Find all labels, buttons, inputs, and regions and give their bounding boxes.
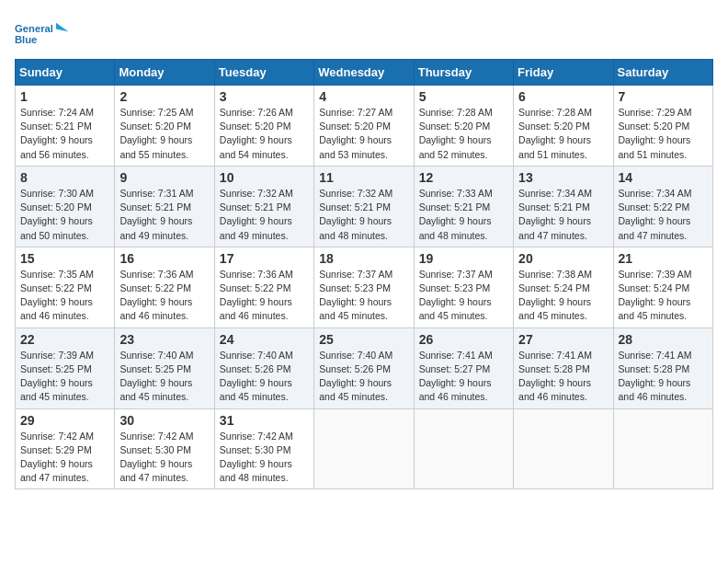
day-number: 5: [419, 89, 508, 104]
weekday-header-row: SundayMondayTuesdayWednesdayThursdayFrid…: [16, 60, 713, 86]
day-info: Sunrise: 7:42 AM Sunset: 5:30 PM Dayligh…: [119, 430, 209, 486]
day-info: Sunrise: 7:32 AM Sunset: 5:21 PM Dayligh…: [319, 187, 408, 243]
day-number: 3: [220, 89, 309, 104]
calendar-cell: 24Sunrise: 7:40 AM Sunset: 5:26 PM Dayli…: [214, 327, 313, 408]
weekday-header-wednesday: Wednesday: [314, 60, 414, 86]
calendar-cell: 23Sunrise: 7:40 AM Sunset: 5:25 PM Dayli…: [115, 327, 214, 408]
calendar-cell: 1Sunrise: 7:24 AM Sunset: 5:21 PM Daylig…: [16, 86, 115, 167]
day-number: 12: [419, 170, 508, 185]
calendar-cell: 11Sunrise: 7:32 AM Sunset: 5:21 PM Dayli…: [314, 166, 414, 247]
svg-text:Blue: Blue: [15, 34, 37, 45]
day-number: 29: [20, 413, 109, 428]
calendar-cell: 3Sunrise: 7:26 AM Sunset: 5:20 PM Daylig…: [214, 86, 313, 167]
calendar-cell: [514, 408, 613, 489]
day-number: 21: [619, 251, 708, 266]
weekday-header-friday: Friday: [514, 60, 613, 86]
calendar-cell: 22Sunrise: 7:39 AM Sunset: 5:25 PM Dayli…: [16, 327, 115, 408]
svg-marker-2: [56, 23, 69, 32]
page-header: GeneralBlue: [15, 15, 713, 52]
day-number: 9: [119, 170, 209, 185]
day-info: Sunrise: 7:24 AM Sunset: 5:21 PM Dayligh…: [20, 106, 109, 162]
day-info: Sunrise: 7:40 AM Sunset: 5:26 PM Dayligh…: [319, 349, 408, 405]
calendar-cell: 2Sunrise: 7:25 AM Sunset: 5:20 PM Daylig…: [115, 86, 214, 167]
weekday-header-saturday: Saturday: [613, 60, 712, 86]
day-info: Sunrise: 7:30 AM Sunset: 5:20 PM Dayligh…: [20, 187, 109, 243]
day-info: Sunrise: 7:28 AM Sunset: 5:20 PM Dayligh…: [419, 106, 508, 162]
day-number: 6: [518, 89, 608, 104]
day-info: Sunrise: 7:31 AM Sunset: 5:21 PM Dayligh…: [119, 187, 209, 243]
day-number: 15: [20, 251, 109, 266]
day-number: 7: [619, 89, 708, 104]
day-number: 24: [220, 332, 309, 347]
day-info: Sunrise: 7:27 AM Sunset: 5:20 PM Dayligh…: [319, 106, 408, 162]
calendar-cell: 27Sunrise: 7:41 AM Sunset: 5:28 PM Dayli…: [514, 327, 613, 408]
day-number: 16: [119, 251, 209, 266]
day-info: Sunrise: 7:39 AM Sunset: 5:25 PM Dayligh…: [20, 349, 109, 405]
calendar-cell: [613, 408, 712, 489]
day-info: Sunrise: 7:29 AM Sunset: 5:20 PM Dayligh…: [619, 106, 708, 162]
day-number: 18: [319, 251, 408, 266]
day-number: 20: [518, 251, 608, 266]
calendar-cell: 28Sunrise: 7:41 AM Sunset: 5:28 PM Dayli…: [613, 327, 712, 408]
calendar-cell: 25Sunrise: 7:40 AM Sunset: 5:26 PM Dayli…: [314, 327, 414, 408]
svg-text:General: General: [15, 23, 53, 34]
logo: GeneralBlue: [15, 15, 70, 52]
day-number: 19: [419, 251, 508, 266]
day-number: 28: [619, 332, 708, 347]
day-info: Sunrise: 7:28 AM Sunset: 5:20 PM Dayligh…: [518, 106, 608, 162]
calendar-cell: 6Sunrise: 7:28 AM Sunset: 5:20 PM Daylig…: [514, 86, 613, 167]
day-info: Sunrise: 7:33 AM Sunset: 5:21 PM Dayligh…: [419, 187, 508, 243]
day-info: Sunrise: 7:25 AM Sunset: 5:20 PM Dayligh…: [119, 106, 209, 162]
calendar-cell: 5Sunrise: 7:28 AM Sunset: 5:20 PM Daylig…: [414, 86, 513, 167]
weekday-header-thursday: Thursday: [414, 60, 513, 86]
calendar-cell: 26Sunrise: 7:41 AM Sunset: 5:27 PM Dayli…: [414, 327, 513, 408]
day-number: 30: [119, 413, 209, 428]
calendar-cell: 15Sunrise: 7:35 AM Sunset: 5:22 PM Dayli…: [16, 247, 115, 327]
weekday-header-sunday: Sunday: [16, 60, 115, 86]
day-number: 23: [119, 332, 209, 347]
day-info: Sunrise: 7:34 AM Sunset: 5:22 PM Dayligh…: [619, 187, 708, 243]
calendar-week-2: 8Sunrise: 7:30 AM Sunset: 5:20 PM Daylig…: [16, 166, 713, 247]
day-info: Sunrise: 7:42 AM Sunset: 5:29 PM Dayligh…: [20, 430, 109, 486]
calendar-cell: 7Sunrise: 7:29 AM Sunset: 5:20 PM Daylig…: [613, 86, 712, 167]
day-number: 1: [20, 89, 109, 104]
weekday-header-tuesday: Tuesday: [214, 60, 313, 86]
calendar-week-1: 1Sunrise: 7:24 AM Sunset: 5:21 PM Daylig…: [16, 86, 713, 167]
calendar-cell: 19Sunrise: 7:37 AM Sunset: 5:23 PM Dayli…: [414, 247, 513, 327]
day-info: Sunrise: 7:37 AM Sunset: 5:23 PM Dayligh…: [319, 268, 408, 324]
calendar-cell: 9Sunrise: 7:31 AM Sunset: 5:21 PM Daylig…: [115, 166, 214, 247]
day-info: Sunrise: 7:26 AM Sunset: 5:20 PM Dayligh…: [220, 106, 309, 162]
day-number: 13: [518, 170, 608, 185]
day-number: 25: [319, 332, 408, 347]
calendar-table: SundayMondayTuesdayWednesdayThursdayFrid…: [15, 59, 713, 489]
calendar-cell: 17Sunrise: 7:36 AM Sunset: 5:22 PM Dayli…: [214, 247, 313, 327]
day-number: 31: [220, 413, 309, 428]
calendar-week-5: 29Sunrise: 7:42 AM Sunset: 5:29 PM Dayli…: [16, 408, 713, 489]
day-info: Sunrise: 7:39 AM Sunset: 5:24 PM Dayligh…: [619, 268, 708, 324]
calendar-week-3: 15Sunrise: 7:35 AM Sunset: 5:22 PM Dayli…: [16, 247, 713, 327]
day-number: 26: [419, 332, 508, 347]
day-info: Sunrise: 7:41 AM Sunset: 5:27 PM Dayligh…: [419, 349, 508, 405]
calendar-cell: 21Sunrise: 7:39 AM Sunset: 5:24 PM Dayli…: [613, 247, 712, 327]
day-info: Sunrise: 7:38 AM Sunset: 5:24 PM Dayligh…: [518, 268, 608, 324]
calendar-cell: [314, 408, 414, 489]
day-info: Sunrise: 7:36 AM Sunset: 5:22 PM Dayligh…: [220, 268, 309, 324]
day-number: 10: [220, 170, 309, 185]
calendar-cell: 13Sunrise: 7:34 AM Sunset: 5:21 PM Dayli…: [514, 166, 613, 247]
day-info: Sunrise: 7:32 AM Sunset: 5:21 PM Dayligh…: [220, 187, 309, 243]
day-number: 14: [619, 170, 708, 185]
day-info: Sunrise: 7:41 AM Sunset: 5:28 PM Dayligh…: [619, 349, 708, 405]
calendar-week-4: 22Sunrise: 7:39 AM Sunset: 5:25 PM Dayli…: [16, 327, 713, 408]
day-info: Sunrise: 7:36 AM Sunset: 5:22 PM Dayligh…: [119, 268, 209, 324]
day-info: Sunrise: 7:40 AM Sunset: 5:25 PM Dayligh…: [119, 349, 209, 405]
weekday-header-monday: Monday: [115, 60, 214, 86]
day-info: Sunrise: 7:37 AM Sunset: 5:23 PM Dayligh…: [419, 268, 508, 324]
day-info: Sunrise: 7:41 AM Sunset: 5:28 PM Dayligh…: [518, 349, 608, 405]
calendar-cell: [414, 408, 513, 489]
calendar-cell: 14Sunrise: 7:34 AM Sunset: 5:22 PM Dayli…: [613, 166, 712, 247]
day-number: 11: [319, 170, 408, 185]
calendar-cell: 4Sunrise: 7:27 AM Sunset: 5:20 PM Daylig…: [314, 86, 414, 167]
calendar-cell: 18Sunrise: 7:37 AM Sunset: 5:23 PM Dayli…: [314, 247, 414, 327]
day-info: Sunrise: 7:42 AM Sunset: 5:30 PM Dayligh…: [220, 430, 309, 486]
calendar-cell: 16Sunrise: 7:36 AM Sunset: 5:22 PM Dayli…: [115, 247, 214, 327]
